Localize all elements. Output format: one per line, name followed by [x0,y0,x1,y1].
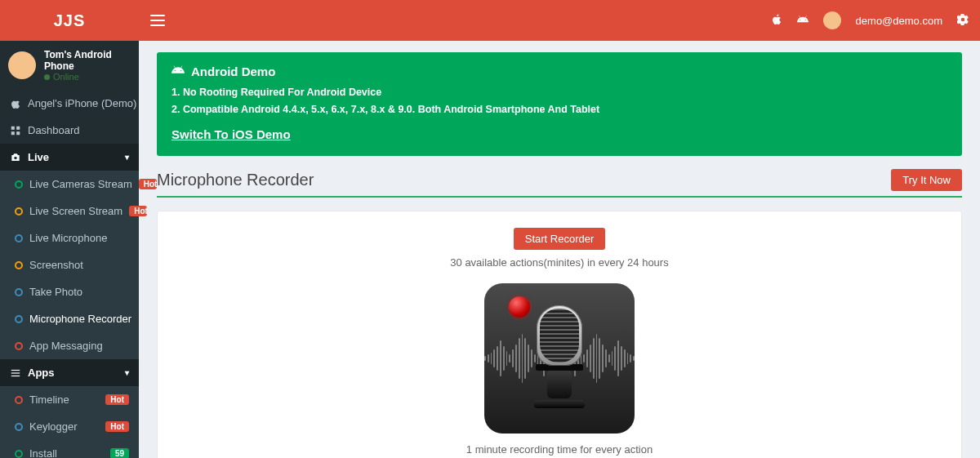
main-content: Android Demo 1. No Rooting Required For … [139,41,980,458]
sidebar-group-label: Live [28,151,49,163]
quota-text: 30 available actions(minites) in every 2… [166,256,953,269]
page-header: Microphone Recorder Try It Now [157,169,962,198]
svg-rect-0 [11,126,15,129]
svg-rect-1 [16,126,20,129]
svg-point-4 [14,156,17,159]
chevron-down-icon: ▾ [125,153,129,162]
sidebar-item-timeline[interactable]: Timeline Hot [0,386,139,413]
device-status: Online [44,72,131,82]
menu-toggle-icon[interactable] [150,15,165,26]
online-dot-icon [44,74,50,80]
badge-hot: Hot [129,206,147,216]
svg-rect-7 [11,375,20,376]
sidebar-item-screenshot[interactable]: Screenshot [0,251,139,278]
alert-line: 2. Compatible Android 4.4.x, 5.x, 6.x, 7… [172,101,947,118]
recorder-artwork [484,283,635,434]
svg-rect-5 [11,369,20,370]
bullet-icon [15,450,23,458]
sidebar-item-app-messaging[interactable]: App Messaging [0,332,139,359]
apple-icon[interactable] [771,14,782,27]
sidebar-item-label: Live Screen Stream [29,205,122,217]
bullet-icon [15,180,23,189]
sidebar-item-label: Timeline [29,394,69,406]
sidebar: Tom's Android Phone Online Angel's iPhon… [0,41,139,458]
sidebar-item-label: Live Cameras Stream [29,178,132,190]
apps-icon [10,367,21,379]
sidebar-item-label: Angel's iPhone (Demo) [28,97,136,109]
caption-text: 1 minute recording time for every action [166,443,953,456]
sidebar-group-label: Apps [28,367,55,379]
svg-rect-3 [16,131,20,135]
sidebar-item-label: Live Microphone [29,232,107,244]
badge-hot: Hot [139,179,157,189]
device-panel[interactable]: Tom's Android Phone Online [0,41,139,90]
recorder-panel: Start Recorder 30 available actions(mini… [157,211,962,459]
bullet-icon [15,288,23,296]
sidebar-item-label: Microphone Recorder [29,313,131,325]
badge-hot: Hot [105,421,129,432]
avatar[interactable] [823,11,841,29]
sidebar-item-other-device[interactable]: Angel's iPhone (Demo) [0,90,139,117]
record-indicator-icon [509,296,530,318]
sidebar-item-label: Keylogger [29,420,78,433]
demo-alert: Android Demo 1. No Rooting Required For … [157,52,962,156]
bullet-icon [15,207,23,216]
android-icon[interactable] [797,14,808,27]
sidebar-group-live[interactable]: Live ▾ [0,144,139,171]
device-name: Tom's Android Phone [44,49,131,72]
bullet-icon [15,396,23,404]
sidebar-item-live-cameras[interactable]: Live Cameras Stream Hot [0,171,139,198]
svg-rect-2 [11,131,15,135]
top-nav: demo@demo.com [139,0,980,41]
dashboard-icon [10,125,21,136]
brand-logo[interactable]: JJS [0,0,139,41]
sidebar-item-label: App Messaging [29,340,103,352]
sidebar-group-apps[interactable]: Apps ▾ [0,359,139,386]
user-email[interactable]: demo@demo.com [856,15,942,27]
svg-rect-6 [11,372,20,373]
microphone-icon [531,305,588,411]
settings-icon[interactable] [957,14,969,28]
sidebar-item-label: Take Photo [29,286,82,298]
badge-count: 59 [110,448,129,458]
switch-demo-link[interactable]: Switch To iOS Demo [172,127,291,141]
sidebar-item-label: Screenshot [29,259,83,271]
sidebar-item-mic-recorder[interactable]: Microphone Recorder [0,305,139,332]
start-recorder-button[interactable]: Start Recorder [514,228,606,250]
badge-hot: Hot [105,394,129,405]
topbar: JJS demo@demo.com [0,0,980,41]
sidebar-item-take-photo[interactable]: Take Photo [0,278,139,305]
apple-icon [10,98,21,109]
device-avatar [8,51,36,79]
try-it-now-button[interactable]: Try It Now [891,169,962,191]
alert-line: 1. No Rooting Required For Android Devic… [172,84,947,101]
sidebar-item-dashboard[interactable]: Dashboard [0,117,139,144]
bullet-icon [15,315,23,323]
bullet-icon [15,234,23,242]
chevron-down-icon: ▾ [125,368,129,377]
sidebar-item-label: Install [29,447,57,458]
android-icon [172,64,185,79]
sidebar-item-live-screen[interactable]: Live Screen Stream Hot [0,198,139,225]
page-title: Microphone Recorder [157,171,314,189]
bullet-icon [15,261,23,269]
bullet-icon [15,342,23,350]
alert-title: Android Demo [191,64,275,78]
sidebar-item-keylogger[interactable]: Keylogger Hot [0,413,139,440]
sidebar-item-live-microphone[interactable]: Live Microphone [0,225,139,251]
sidebar-item-install[interactable]: Install 59 [0,440,139,458]
camera-icon [10,152,21,163]
bullet-icon [15,423,23,431]
sidebar-item-label: Dashboard [28,124,80,136]
